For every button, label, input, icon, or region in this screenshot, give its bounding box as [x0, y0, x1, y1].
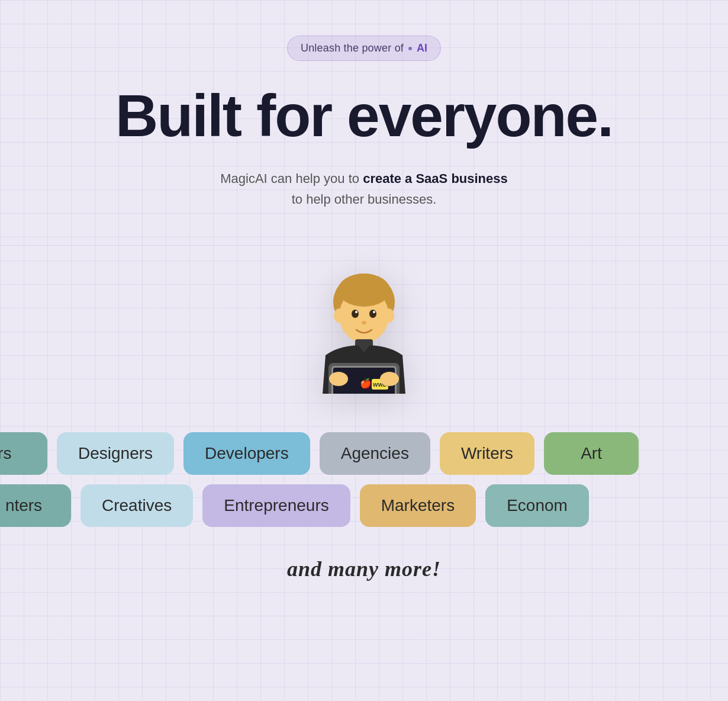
svg-point-5 — [355, 311, 357, 313]
svg-text:🍎: 🍎 — [360, 378, 372, 389]
tag-artists[interactable]: Art — [544, 432, 639, 475]
tags-row-1: ers Designers Developers Agencies Writer… — [0, 432, 639, 475]
hero-subtitle: MagicAI can help you to create a SaaS bu… — [220, 168, 508, 210]
svg-point-17 — [329, 372, 348, 386]
many-more-text: and many more! — [287, 557, 441, 617]
tags-section: ers Designers Developers Agencies Writer… — [0, 432, 728, 527]
svg-point-7 — [362, 321, 366, 324]
tag-economists[interactable]: Econom — [485, 484, 589, 527]
svg-point-9 — [384, 308, 394, 323]
avatar-emoji: 🍎 WWDC — [308, 269, 420, 409]
svg-point-3 — [352, 310, 359, 318]
subtitle-normal: MagicAI can help you to — [220, 171, 363, 186]
subtitle-bold: create a SaaS business — [363, 171, 508, 186]
tag-agencies[interactable]: Agencies — [320, 432, 430, 475]
svg-point-6 — [373, 311, 375, 313]
svg-point-18 — [380, 372, 399, 386]
svg-point-8 — [334, 308, 344, 323]
tag-designers[interactable]: Designers — [57, 432, 174, 475]
badge-highlight: AI — [417, 42, 427, 54]
tag-developers[interactable]: Developers — [183, 432, 310, 475]
badge-text: Unleash the power of — [301, 42, 404, 54]
tag-creatives[interactable]: Creatives — [80, 484, 193, 527]
tag-marketers[interactable]: Marketers — [360, 484, 476, 527]
hero-title: Built for everyone. — [115, 85, 613, 147]
tag-writers[interactable]: Writers — [440, 432, 534, 475]
avatar-section: 🍎 WWDC — [308, 246, 420, 426]
tag-entrepreneurs[interactable]: Entrepreneurs — [202, 484, 350, 527]
ai-badge: Unleash the power of AI — [287, 36, 441, 61]
tags-row-2: nters Creatives Entrepreneurs Marketers … — [0, 484, 589, 527]
tag-printers[interactable]: nters — [0, 484, 71, 527]
svg-point-4 — [369, 310, 376, 318]
page-wrapper: Unleash the power of AI Built for everyo… — [0, 0, 728, 701]
subtitle-end: to help other businesses. — [292, 192, 437, 207]
tag-others[interactable]: ers — [0, 432, 47, 475]
badge-dot — [408, 47, 412, 50]
